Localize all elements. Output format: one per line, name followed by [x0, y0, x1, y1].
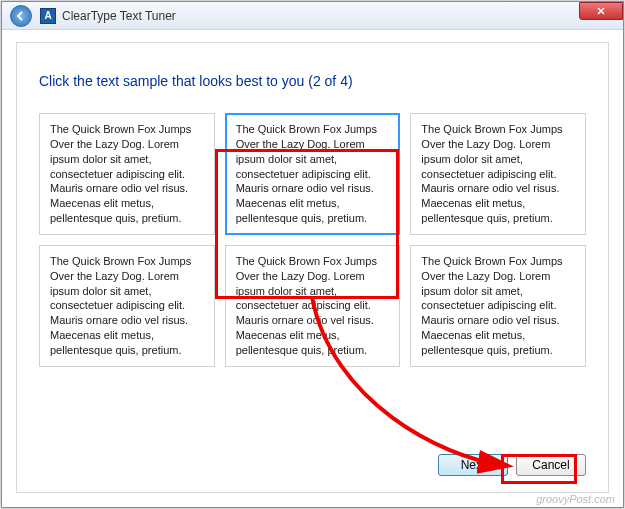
arrow-left-icon — [15, 10, 27, 22]
next-button[interactable]: Next — [438, 454, 508, 476]
sample-row: The Quick Brown Fox Jumps Over the Lazy … — [39, 245, 586, 367]
text-sample-2[interactable]: The Quick Brown Fox Jumps Over the Lazy … — [225, 113, 401, 235]
watermark: groovyPost.com — [536, 493, 615, 505]
back-button[interactable] — [10, 5, 32, 27]
app-icon-letter: A — [44, 10, 51, 21]
sample-grid: The Quick Brown Fox Jumps Over the Lazy … — [39, 113, 586, 367]
close-icon — [597, 7, 605, 15]
wizard-window: A ClearType Text Tuner Click the text sa… — [1, 1, 624, 508]
wizard-content: Click the text sample that looks best to… — [16, 42, 609, 493]
button-row: Next Cancel — [438, 454, 586, 476]
text-sample-4[interactable]: The Quick Brown Fox Jumps Over the Lazy … — [39, 245, 215, 367]
text-sample-6[interactable]: The Quick Brown Fox Jumps Over the Lazy … — [410, 245, 586, 367]
text-sample-3[interactable]: The Quick Brown Fox Jumps Over the Lazy … — [410, 113, 586, 235]
window-title: ClearType Text Tuner — [62, 9, 176, 23]
titlebar: A ClearType Text Tuner — [2, 2, 623, 30]
text-sample-5[interactable]: The Quick Brown Fox Jumps Over the Lazy … — [225, 245, 401, 367]
page-heading: Click the text sample that looks best to… — [39, 73, 586, 89]
app-icon: A — [40, 8, 56, 24]
sample-row: The Quick Brown Fox Jumps Over the Lazy … — [39, 113, 586, 235]
cancel-button[interactable]: Cancel — [516, 454, 586, 476]
close-button[interactable] — [579, 2, 623, 20]
text-sample-1[interactable]: The Quick Brown Fox Jumps Over the Lazy … — [39, 113, 215, 235]
